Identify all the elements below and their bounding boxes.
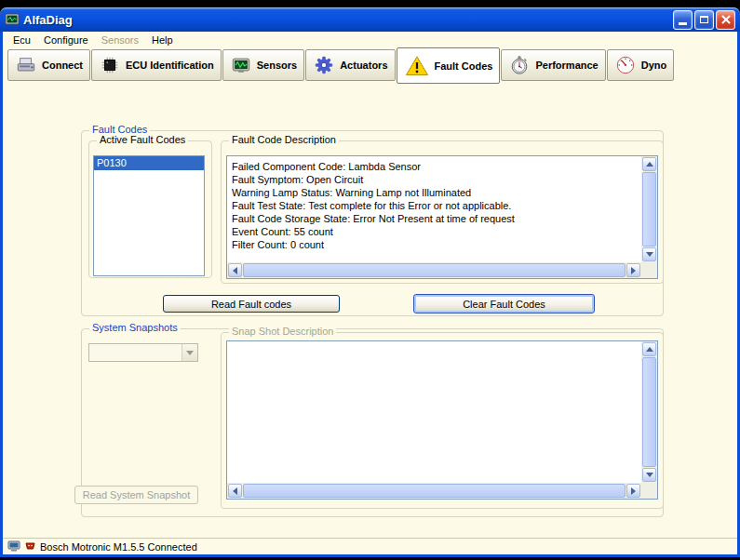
scroll-up-button[interactable]	[642, 157, 656, 171]
read-system-snapshot-button[interactable]: Read System Snapshot	[74, 486, 198, 504]
read-fault-codes-button[interactable]: Read Fault codes	[163, 295, 340, 313]
horizontal-scrollbar[interactable]	[227, 262, 641, 278]
close-button[interactable]	[716, 10, 735, 30]
tab-label: Performance	[535, 60, 598, 71]
status-text: Bosch Motronic M1.5.5 Connected	[40, 541, 197, 553]
oscilloscope-icon	[230, 55, 252, 75]
system-snapshots-label: System Snapshots	[89, 322, 181, 333]
tab-label: Fault Codes	[435, 60, 493, 72]
minimize-button[interactable]	[673, 10, 693, 30]
horizontal-scroll-thumb[interactable]	[243, 263, 626, 277]
tab-label: Sensors	[257, 60, 297, 71]
scroll-down-button[interactable]	[642, 247, 656, 261]
minimize-icon	[679, 22, 687, 25]
vertical-scrollbar[interactable]	[641, 341, 657, 483]
tab-connect[interactable]: Connect	[7, 49, 90, 81]
description-line: Fault Symptom: Open Circuit	[232, 173, 637, 186]
obd-connector-icon	[24, 540, 36, 553]
active-fault-codes-label: Active Fault Codes	[97, 134, 188, 145]
fault-code-list-item[interactable]: P0130	[94, 156, 204, 170]
vertical-scrollbar[interactable]	[641, 156, 657, 262]
scroll-right-icon	[631, 487, 636, 495]
snapshot-dropdown-button	[182, 344, 197, 361]
description-line: Warning Lamp Status: Warning Lamp not Il…	[232, 186, 637, 199]
gauge-icon	[614, 55, 637, 75]
warning-triangle-icon	[404, 55, 430, 77]
snapshot-description-label: Snap Shot Description	[229, 326, 336, 337]
scroll-up-icon	[646, 347, 653, 352]
scroll-right-icon	[631, 267, 636, 274]
stopwatch-icon	[508, 55, 531, 75]
scroll-left-icon	[233, 487, 237, 495]
desktop: AlfaDiag Ecu Configure Sensors Help	[0, 0, 740, 560]
clear-fault-codes-button[interactable]: Clear Fault Codes	[413, 294, 595, 313]
tab-label: Dyno	[641, 60, 667, 71]
close-icon	[720, 14, 732, 25]
maximize-button[interactable]	[694, 10, 714, 30]
computer-icon	[7, 540, 20, 553]
window-controls	[673, 10, 735, 30]
device-connect-icon	[15, 55, 37, 75]
scrollbar-corner	[641, 483, 657, 499]
tab-label: Actuators	[340, 60, 387, 71]
app-icon	[5, 12, 20, 27]
window-body: Ecu Configure Sensors Help	[0, 32, 740, 557]
scroll-up-icon	[646, 162, 653, 167]
tab-label: Connect	[42, 60, 83, 71]
menu-help[interactable]: Help	[145, 33, 180, 47]
fault-description-text[interactable]: Failed Component Code: Lambda Sensor Fau…	[227, 156, 641, 262]
snapshot-description-text[interactable]	[227, 341, 641, 483]
maximize-icon	[700, 16, 708, 23]
menu-configure[interactable]: Configure	[37, 33, 95, 47]
scroll-up-button[interactable]	[642, 342, 656, 356]
titlebar[interactable]: AlfaDiag	[0, 7, 740, 32]
description-line: Event Count: 55 count	[232, 225, 637, 238]
tab-actuators[interactable]: Actuators	[305, 49, 395, 81]
description-line: Failed Component Code: Lambda Sensor	[232, 160, 637, 173]
tab-sensors[interactable]: Sensors	[222, 49, 304, 81]
tab-ecu-identification[interactable]: ECU Identification	[91, 49, 222, 81]
scroll-left-button[interactable]	[228, 263, 242, 277]
horizontal-scrollbar[interactable]	[227, 483, 641, 499]
scroll-down-button[interactable]	[642, 468, 656, 482]
tab-dyno[interactable]: Dyno	[607, 49, 675, 81]
fault-code-listbox[interactable]: P0130	[93, 155, 205, 276]
tab-fault-codes[interactable]: Fault Codes	[397, 47, 501, 84]
tab-label: ECU Identification	[126, 60, 214, 71]
scroll-left-button[interactable]	[228, 484, 242, 498]
scrollbar-corner	[641, 262, 657, 278]
description-line: Fault Test State: Test complete for this…	[232, 199, 637, 212]
chip-icon	[99, 55, 121, 75]
snapshot-description-textarea[interactable]	[226, 340, 658, 500]
menu-sensors[interactable]: Sensors	[95, 33, 145, 47]
vertical-scroll-thumb[interactable]	[642, 172, 656, 247]
menu-ecu[interactable]: Ecu	[7, 33, 37, 47]
window-title: AlfaDiag	[23, 13, 73, 27]
scroll-left-icon	[233, 267, 237, 274]
tab-performance[interactable]: Performance	[501, 49, 605, 81]
horizontal-scroll-thumb[interactable]	[243, 484, 626, 498]
scroll-right-button[interactable]	[626, 484, 640, 498]
scroll-right-button[interactable]	[626, 263, 640, 277]
gear-icon	[313, 55, 335, 75]
alfadiag-window: AlfaDiag Ecu Configure Sensors Help	[0, 7, 740, 557]
toolbar: Connect	[7, 49, 737, 92]
fault-description-textarea[interactable]: Failed Component Code: Lambda Sensor Fau…	[226, 155, 658, 279]
scroll-down-icon	[646, 252, 653, 257]
chevron-down-icon	[186, 351, 194, 355]
fault-description-label: Fault Code Description	[229, 134, 339, 145]
description-line: Filter Count: 0 count	[232, 238, 637, 251]
scroll-down-icon	[646, 473, 653, 477]
menubar: Ecu Configure Sensors Help	[3, 32, 737, 48]
vertical-scroll-thumb[interactable]	[642, 357, 656, 467]
description-line: Fault Code Storage State: Error Not Pres…	[232, 212, 637, 225]
snapshot-select[interactable]	[88, 343, 198, 362]
statusbar: Bosch Motronic M1.5.5 Connected	[3, 538, 737, 554]
